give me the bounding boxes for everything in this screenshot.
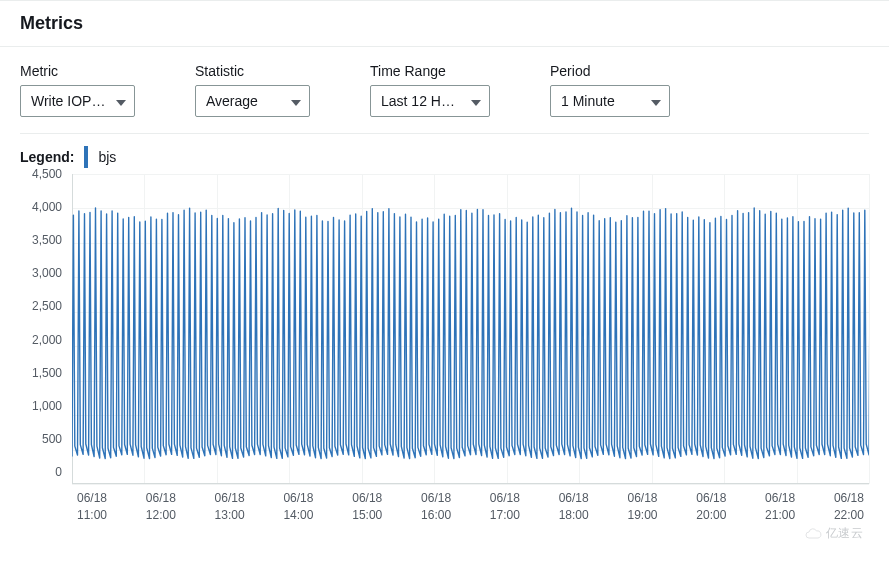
- page-title: Metrics: [20, 13, 869, 34]
- period-label: Period: [550, 63, 670, 79]
- controls-row: Metric Write IOPS… Statistic Average Tim…: [0, 47, 889, 117]
- x-tick: 06/1816:00: [416, 490, 456, 524]
- x-tick: 06/1818:00: [554, 490, 594, 524]
- y-tick: 4,500: [20, 168, 68, 180]
- y-axis: 4,5004,0003,5003,0002,5002,0001,5001,000…: [20, 174, 68, 484]
- control-period: Period 1 Minute: [550, 63, 670, 117]
- caret-down-icon: [471, 93, 481, 109]
- legend-row: Legend: bjs: [0, 134, 889, 174]
- timerange-dropdown[interactable]: Last 12 Ho…: [370, 85, 490, 117]
- x-tick: 06/1815:00: [347, 490, 387, 524]
- statistic-value: Average: [206, 93, 258, 109]
- y-tick: 0: [20, 466, 68, 478]
- control-statistic: Statistic Average: [195, 63, 310, 117]
- line-series: [72, 174, 869, 484]
- y-tick: 1,000: [20, 400, 68, 412]
- metric-label: Metric: [20, 63, 135, 79]
- period-value: 1 Minute: [561, 93, 615, 109]
- x-tick: 06/1820:00: [691, 490, 731, 524]
- x-tick: 06/1813:00: [210, 490, 250, 524]
- x-tick: 06/1822:00: [829, 490, 869, 524]
- cloud-icon: [804, 528, 822, 540]
- y-tick: 4,000: [20, 201, 68, 213]
- period-dropdown[interactable]: 1 Minute: [550, 85, 670, 117]
- x-tick: 06/1821:00: [760, 490, 800, 524]
- x-axis: 06/1811:0006/1812:0006/1813:0006/1814:00…: [72, 490, 869, 524]
- y-tick: 2,500: [20, 300, 68, 312]
- legend-swatch: [84, 146, 88, 168]
- y-tick: 3,500: [20, 234, 68, 246]
- page-header: Metrics: [0, 0, 889, 47]
- caret-down-icon: [291, 93, 301, 109]
- x-tick: 06/1814:00: [278, 490, 318, 524]
- caret-down-icon: [116, 93, 126, 109]
- legend-label: Legend:: [20, 149, 74, 165]
- watermark: 亿速云: [804, 525, 864, 542]
- x-tick: 06/1817:00: [485, 490, 525, 524]
- timerange-value: Last 12 Ho…: [381, 93, 461, 109]
- y-tick: 3,000: [20, 267, 68, 279]
- y-tick: 500: [20, 433, 68, 445]
- y-tick: 2,000: [20, 334, 68, 346]
- statistic-dropdown[interactable]: Average: [195, 85, 310, 117]
- legend-series-name: bjs: [98, 149, 116, 165]
- x-tick: 06/1812:00: [141, 490, 181, 524]
- x-tick: 06/1811:00: [72, 490, 112, 524]
- metric-value: Write IOPS…: [31, 93, 106, 109]
- x-tick: 06/1819:00: [623, 490, 663, 524]
- timerange-label: Time Range: [370, 63, 490, 79]
- y-tick: 1,500: [20, 367, 68, 379]
- statistic-label: Statistic: [195, 63, 310, 79]
- caret-down-icon: [651, 93, 661, 109]
- chart: 4,5004,0003,5003,0002,5002,0001,5001,000…: [20, 174, 869, 544]
- watermark-text: 亿速云: [826, 525, 864, 542]
- control-metric: Metric Write IOPS…: [20, 63, 135, 117]
- control-timerange: Time Range Last 12 Ho…: [370, 63, 490, 117]
- metric-dropdown[interactable]: Write IOPS…: [20, 85, 135, 117]
